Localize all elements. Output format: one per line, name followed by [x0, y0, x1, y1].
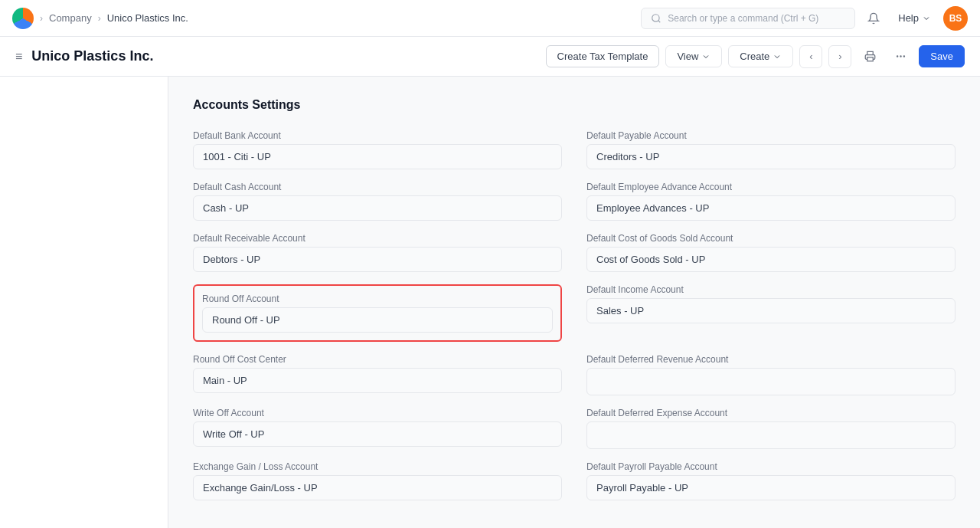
field-value[interactable]: Round Off - UP — [202, 307, 553, 333]
content-area: Accounts Settings Default Bank Account10… — [168, 77, 980, 528]
field-value[interactable]: 1001 - Citi - UP — [193, 144, 562, 169]
form-field-left-1: Default Cash AccountCash - UP — [193, 182, 562, 221]
accounts-form: Default Bank Account1001 - Citi - UPDefa… — [193, 130, 956, 500]
field-label: Default Payroll Payable Account — [586, 461, 956, 472]
form-field-left-5: Write Off AccountWrite Off - UP — [193, 408, 562, 449]
main-layout: Accounts Settings Default Bank Account10… — [0, 77, 980, 528]
svg-point-4 — [903, 56, 904, 57]
section-title: Accounts Settings — [193, 98, 956, 112]
field-value[interactable] — [586, 368, 956, 395]
search-bar[interactable]: Search or type a command (Ctrl + G) — [641, 8, 855, 29]
field-value[interactable]: Payroll Payable - UP — [586, 475, 956, 500]
breadcrumb-current: Unico Plastics Inc. — [107, 12, 188, 24]
page-header: ≡ Unico Plastics Inc. Create Tax Templat… — [0, 37, 980, 77]
field-label: Default Cost of Goods Sold Account — [586, 233, 956, 244]
bell-icon — [867, 12, 880, 25]
field-label: Write Off Account — [193, 408, 562, 418]
field-label: Default Cash Account — [193, 182, 562, 192]
print-icon — [864, 51, 876, 62]
field-label: Default Payable Account — [586, 130, 956, 141]
field-label: Round Off Account — [202, 294, 553, 304]
field-value[interactable]: Main - UP — [193, 368, 562, 393]
nav-actions: Help BS — [861, 6, 968, 31]
sidebar — [0, 77, 168, 528]
form-field-right-5: Default Deferred Expense Account — [586, 408, 956, 449]
search-icon — [651, 13, 662, 24]
form-field-right-1: Default Employee Advance AccountEmployee… — [586, 182, 956, 221]
print-button[interactable] — [858, 44, 882, 69]
top-navigation: › Company › Unico Plastics Inc. Search o… — [0, 0, 980, 37]
field-label: Exchange Gain / Loss Account — [193, 461, 562, 472]
form-field-right-2: Default Cost of Goods Sold AccountCost o… — [586, 233, 956, 272]
avatar: BS — [943, 6, 968, 31]
form-field-right-4: Default Deferred Revenue Account — [586, 354, 956, 395]
svg-point-2 — [897, 56, 897, 57]
page-title: Unico Plastics Inc. — [31, 48, 536, 64]
form-field-left-2: Default Receivable AccountDebtors - UP — [193, 233, 562, 272]
prev-button[interactable]: ‹ — [799, 45, 822, 68]
menu-toggle-icon[interactable]: ≡ — [15, 50, 22, 64]
chevron-down-icon — [773, 52, 782, 61]
svg-rect-1 — [867, 57, 874, 61]
form-field-right-0: Default Payable AccountCreditors - UP — [586, 130, 956, 169]
form-field-right-3: Default Income AccountSales - UP — [586, 284, 956, 342]
field-label: Default Employee Advance Account — [586, 182, 956, 192]
form-field-left-6: Exchange Gain / Loss AccountExchange Gai… — [193, 461, 562, 500]
view-button[interactable]: View — [665, 45, 722, 67]
field-label: Default Deferred Expense Account — [586, 408, 956, 418]
svg-point-0 — [652, 14, 659, 21]
field-label: Default Receivable Account — [193, 233, 562, 244]
form-field-right-6: Default Payroll Payable AccountPayroll P… — [586, 461, 956, 500]
field-label: Default Income Account — [586, 284, 956, 295]
next-button[interactable]: › — [828, 45, 851, 68]
field-label: Default Bank Account — [193, 130, 562, 141]
field-value[interactable]: Employee Advances - UP — [586, 195, 956, 221]
field-value[interactable] — [586, 421, 956, 449]
field-value[interactable]: Cash - UP — [193, 195, 562, 221]
breadcrumb-company[interactable]: Company — [49, 12, 92, 24]
field-value[interactable]: Debtors - UP — [193, 247, 562, 272]
field-value[interactable]: Sales - UP — [586, 298, 956, 323]
field-value[interactable]: Cost of Goods Sold - UP — [586, 247, 956, 272]
chevron-down-icon — [922, 14, 931, 23]
chevron-down-icon — [701, 52, 710, 61]
field-value[interactable]: Write Off - UP — [193, 421, 562, 447]
field-label: Default Deferred Revenue Account — [586, 354, 956, 365]
form-field-left-3: Round Off AccountRound Off - UP — [193, 284, 562, 342]
create-button[interactable]: Create — [728, 45, 793, 67]
field-value[interactable]: Exchange Gain/Loss - UP — [193, 475, 562, 500]
app-logo — [12, 8, 34, 29]
search-placeholder: Search or type a command (Ctrl + G) — [668, 13, 818, 24]
help-label: Help — [898, 12, 919, 24]
header-actions: Create Tax Template View Create ‹ › Save — [546, 44, 965, 69]
help-button[interactable]: Help — [892, 9, 937, 27]
form-field-left-0: Default Bank Account1001 - Citi - UP — [193, 130, 562, 169]
save-button[interactable]: Save — [919, 45, 965, 67]
form-field-left-4: Round Off Cost CenterMain - UP — [193, 354, 562, 395]
more-actions-button[interactable] — [888, 44, 913, 69]
field-label: Round Off Cost Center — [193, 354, 562, 365]
ellipsis-icon — [895, 51, 906, 62]
create-tax-template-button[interactable]: Create Tax Template — [546, 45, 660, 67]
notification-button[interactable] — [861, 6, 886, 31]
svg-point-3 — [900, 56, 901, 57]
field-value[interactable]: Creditors - UP — [586, 144, 956, 169]
